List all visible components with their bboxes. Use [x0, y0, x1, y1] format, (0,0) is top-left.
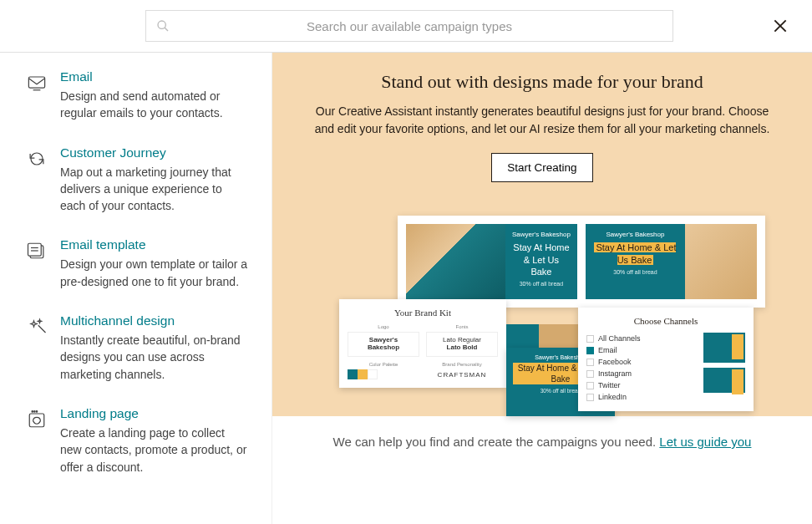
color-palette — [348, 369, 419, 379]
svg-point-13 — [34, 411, 35, 412]
landing-page-icon — [25, 406, 48, 476]
channel-thumb — [703, 333, 745, 363]
tile-sub: 30% off all bread — [592, 268, 678, 276]
channels-title: Choose Channels — [586, 316, 745, 326]
svg-point-14 — [36, 411, 37, 412]
hero-description: Our Creative Assistant instantly generat… — [308, 103, 776, 138]
sidebar-item-desc: Create a landing page to collect new con… — [60, 425, 248, 476]
sidebar-item-desc: Map out a marketing journey that deliver… — [60, 164, 248, 215]
sidebar-item-desc: Instantly create beautiful, on-brand des… — [60, 332, 248, 383]
logo-preview: Sawyer's Bakeshop — [348, 332, 419, 357]
tile-image — [685, 224, 757, 299]
svg-point-0 — [158, 21, 165, 28]
tile-image — [406, 224, 505, 299]
refresh-icon — [25, 145, 48, 215]
svg-line-1 — [165, 28, 168, 31]
sidebar-item-title: Email — [60, 69, 248, 84]
sidebar-item-email[interactable]: Email Design and send automated or regul… — [25, 69, 256, 122]
sidebar-item-title: Landing page — [60, 406, 248, 421]
hero-title: Stand out with designs made for your bra… — [306, 71, 779, 93]
hero-section: Stand out with designs made for your bra… — [272, 53, 812, 416]
tile-sub: 30% off all bread — [512, 280, 571, 287]
sidebar-item-landing-page[interactable]: Landing page Create a landing page to co… — [25, 406, 256, 476]
footer-text: We can help you find and create the camp… — [333, 435, 660, 449]
tile-headline: Stay At Home & Let Us Bake — [592, 242, 678, 266]
svg-rect-11 — [29, 414, 44, 427]
sidebar-item-email-template[interactable]: Email template Design your own template … — [25, 237, 256, 290]
sidebar-item-customer-journey[interactable]: Customer Journey Map out a marketing jou… — [25, 145, 256, 215]
start-creating-button[interactable]: Start Creating — [491, 153, 592, 182]
close-button[interactable] — [769, 14, 792, 38]
channel-item[interactable]: Facebook — [586, 356, 695, 368]
tile-headline: Stay At Home & Let Us Bake — [512, 242, 571, 277]
channel-item[interactable]: Twitter — [586, 379, 695, 391]
footer-help: We can help you find and create the camp… — [272, 416, 812, 467]
tile-brand: Sawyer's Bakeshop — [592, 231, 678, 239]
choose-channels-panel: Choose Channels All Channels Email Faceb… — [578, 308, 754, 411]
channel-thumb — [703, 368, 745, 393]
search-input[interactable] — [156, 19, 662, 33]
svg-line-10 — [38, 325, 46, 333]
top-bar — [0, 0, 812, 53]
search-box[interactable] — [145, 10, 673, 42]
fonts-preview: Lato Regular Lato Bold — [426, 332, 498, 357]
channel-list: All Channels Email Facebook Instagram Tw… — [586, 333, 695, 403]
sidebar-item-desc: Design your own template or tailor a pre… — [60, 256, 248, 290]
tile-brand: Sawyer's Bakeshop — [512, 231, 571, 239]
svg-rect-4 — [28, 77, 44, 88]
search-icon — [156, 19, 170, 33]
personality-value: CRAFTSMAN — [426, 369, 498, 379]
design-tile-b: Sawyer's Bakeshop Stay At Home & Let Us … — [586, 224, 757, 299]
main-area: Email Design and send automated or regul… — [0, 53, 812, 524]
sidebar-item-multichannel-design[interactable]: Multichannel design Instantly create bea… — [25, 313, 256, 383]
content-pane: Stand out with designs made for your bra… — [272, 53, 812, 524]
channel-item[interactable]: LinkedIn — [586, 391, 695, 403]
channel-thumbs — [703, 333, 745, 403]
guide-link[interactable]: Let us guide you — [659, 435, 751, 449]
sidebar-item-desc: Design and send automated or regular ema… — [60, 88, 248, 122]
close-icon — [772, 18, 789, 34]
channel-item[interactable]: All Channels — [586, 333, 695, 344]
brandkit-title: Your Brand Kit — [348, 308, 498, 318]
channel-item[interactable]: Email — [586, 344, 695, 356]
sidebar-item-title: Customer Journey — [60, 145, 248, 160]
design-preview-card: Sawyer's Bakeshop Stay At Home & Let Us … — [398, 216, 765, 308]
sidebar-item-title: Multichannel design — [60, 313, 248, 328]
channel-item[interactable]: Instagram — [586, 368, 695, 379]
brand-kit-panel: Your Brand Kit Logo Sawyer's Bakeshop Fo… — [339, 299, 506, 388]
preview-collage: Sawyer's Bakeshop Stay At Home & Let Us … — [306, 216, 779, 416]
svg-point-12 — [32, 411, 33, 412]
svg-rect-7 — [28, 244, 42, 257]
template-icon — [25, 237, 48, 290]
sidebar-item-title: Email template — [60, 237, 248, 252]
search-wrapper — [145, 10, 673, 42]
logo-label: Logo — [348, 324, 419, 329]
fonts-label: Fonts — [426, 324, 498, 329]
palette-label: Color Palette — [348, 362, 419, 367]
design-tile-a: Sawyer's Bakeshop Stay At Home & Let Us … — [406, 224, 577, 299]
campaign-type-sidebar: Email Design and send automated or regul… — [0, 53, 272, 524]
personality-label: Brand Personality — [426, 362, 498, 367]
envelope-icon — [25, 69, 48, 122]
magic-wand-icon — [25, 313, 48, 383]
